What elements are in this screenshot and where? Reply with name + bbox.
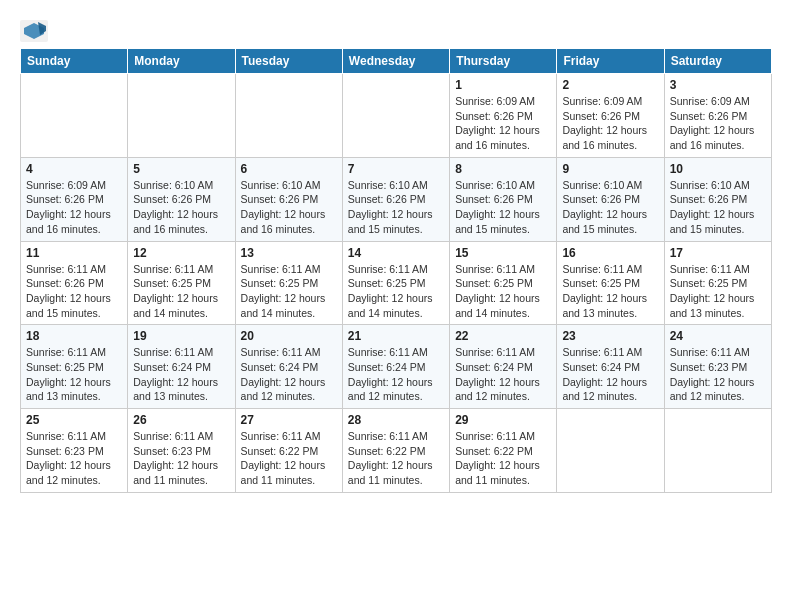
- day-info: Sunrise: 6:11 AMSunset: 6:25 PMDaylight:…: [26, 345, 122, 404]
- day-number: 16: [562, 246, 658, 260]
- day-info: Sunrise: 6:11 AMSunset: 6:24 PMDaylight:…: [562, 345, 658, 404]
- day-info: Sunrise: 6:09 AMSunset: 6:26 PMDaylight:…: [670, 94, 766, 153]
- day-number: 5: [133, 162, 229, 176]
- calendar-cell: 6Sunrise: 6:10 AMSunset: 6:26 PMDaylight…: [235, 157, 342, 241]
- day-info: Sunrise: 6:11 AMSunset: 6:25 PMDaylight:…: [562, 262, 658, 321]
- calendar-cell: [342, 74, 449, 158]
- calendar-cell: 21Sunrise: 6:11 AMSunset: 6:24 PMDayligh…: [342, 325, 449, 409]
- calendar-week-row: 1Sunrise: 6:09 AMSunset: 6:26 PMDaylight…: [21, 74, 772, 158]
- day-info: Sunrise: 6:11 AMSunset: 6:22 PMDaylight:…: [348, 429, 444, 488]
- day-number: 25: [26, 413, 122, 427]
- calendar-week-row: 18Sunrise: 6:11 AMSunset: 6:25 PMDayligh…: [21, 325, 772, 409]
- calendar-cell: 7Sunrise: 6:10 AMSunset: 6:26 PMDaylight…: [342, 157, 449, 241]
- calendar-cell: 19Sunrise: 6:11 AMSunset: 6:24 PMDayligh…: [128, 325, 235, 409]
- calendar-cell: 27Sunrise: 6:11 AMSunset: 6:22 PMDayligh…: [235, 409, 342, 493]
- day-number: 2: [562, 78, 658, 92]
- day-info: Sunrise: 6:11 AMSunset: 6:24 PMDaylight:…: [133, 345, 229, 404]
- day-number: 29: [455, 413, 551, 427]
- calendar-cell: [557, 409, 664, 493]
- calendar-cell: 28Sunrise: 6:11 AMSunset: 6:22 PMDayligh…: [342, 409, 449, 493]
- day-number: 27: [241, 413, 337, 427]
- day-number: 20: [241, 329, 337, 343]
- day-info: Sunrise: 6:10 AMSunset: 6:26 PMDaylight:…: [562, 178, 658, 237]
- calendar-cell: 11Sunrise: 6:11 AMSunset: 6:26 PMDayligh…: [21, 241, 128, 325]
- day-info: Sunrise: 6:11 AMSunset: 6:23 PMDaylight:…: [670, 345, 766, 404]
- weekday-header-thursday: Thursday: [450, 49, 557, 74]
- day-info: Sunrise: 6:10 AMSunset: 6:26 PMDaylight:…: [241, 178, 337, 237]
- calendar-cell: 26Sunrise: 6:11 AMSunset: 6:23 PMDayligh…: [128, 409, 235, 493]
- day-info: Sunrise: 6:11 AMSunset: 6:24 PMDaylight:…: [348, 345, 444, 404]
- day-number: 14: [348, 246, 444, 260]
- day-number: 8: [455, 162, 551, 176]
- day-number: 28: [348, 413, 444, 427]
- day-info: Sunrise: 6:11 AMSunset: 6:23 PMDaylight:…: [26, 429, 122, 488]
- weekday-header-sunday: Sunday: [21, 49, 128, 74]
- day-info: Sunrise: 6:11 AMSunset: 6:25 PMDaylight:…: [455, 262, 551, 321]
- day-number: 24: [670, 329, 766, 343]
- day-info: Sunrise: 6:11 AMSunset: 6:22 PMDaylight:…: [455, 429, 551, 488]
- day-info: Sunrise: 6:11 AMSunset: 6:25 PMDaylight:…: [133, 262, 229, 321]
- calendar-cell: 4Sunrise: 6:09 AMSunset: 6:26 PMDaylight…: [21, 157, 128, 241]
- calendar-cell: 29Sunrise: 6:11 AMSunset: 6:22 PMDayligh…: [450, 409, 557, 493]
- day-number: 17: [670, 246, 766, 260]
- calendar-week-row: 11Sunrise: 6:11 AMSunset: 6:26 PMDayligh…: [21, 241, 772, 325]
- calendar-table: SundayMondayTuesdayWednesdayThursdayFrid…: [20, 48, 772, 493]
- day-number: 4: [26, 162, 122, 176]
- calendar-cell: 16Sunrise: 6:11 AMSunset: 6:25 PMDayligh…: [557, 241, 664, 325]
- day-number: 21: [348, 329, 444, 343]
- calendar-cell: 15Sunrise: 6:11 AMSunset: 6:25 PMDayligh…: [450, 241, 557, 325]
- day-number: 3: [670, 78, 766, 92]
- day-number: 19: [133, 329, 229, 343]
- weekday-header-monday: Monday: [128, 49, 235, 74]
- calendar-cell: [664, 409, 771, 493]
- calendar-cell: 18Sunrise: 6:11 AMSunset: 6:25 PMDayligh…: [21, 325, 128, 409]
- day-number: 22: [455, 329, 551, 343]
- day-number: 7: [348, 162, 444, 176]
- day-info: Sunrise: 6:11 AMSunset: 6:25 PMDaylight:…: [670, 262, 766, 321]
- weekday-header-wednesday: Wednesday: [342, 49, 449, 74]
- day-info: Sunrise: 6:11 AMSunset: 6:23 PMDaylight:…: [133, 429, 229, 488]
- day-number: 15: [455, 246, 551, 260]
- calendar-cell: 2Sunrise: 6:09 AMSunset: 6:26 PMDaylight…: [557, 74, 664, 158]
- day-number: 6: [241, 162, 337, 176]
- weekday-header-friday: Friday: [557, 49, 664, 74]
- logo: [20, 20, 52, 42]
- day-info: Sunrise: 6:10 AMSunset: 6:26 PMDaylight:…: [455, 178, 551, 237]
- day-number: 12: [133, 246, 229, 260]
- calendar-cell: 24Sunrise: 6:11 AMSunset: 6:23 PMDayligh…: [664, 325, 771, 409]
- calendar-cell: 13Sunrise: 6:11 AMSunset: 6:25 PMDayligh…: [235, 241, 342, 325]
- calendar-cell: 23Sunrise: 6:11 AMSunset: 6:24 PMDayligh…: [557, 325, 664, 409]
- weekday-header-saturday: Saturday: [664, 49, 771, 74]
- day-info: Sunrise: 6:11 AMSunset: 6:24 PMDaylight:…: [455, 345, 551, 404]
- calendar-header-row: SundayMondayTuesdayWednesdayThursdayFrid…: [21, 49, 772, 74]
- calendar-cell: 10Sunrise: 6:10 AMSunset: 6:26 PMDayligh…: [664, 157, 771, 241]
- day-number: 9: [562, 162, 658, 176]
- day-info: Sunrise: 6:11 AMSunset: 6:26 PMDaylight:…: [26, 262, 122, 321]
- logo-icon: [20, 20, 48, 42]
- day-number: 26: [133, 413, 229, 427]
- day-info: Sunrise: 6:10 AMSunset: 6:26 PMDaylight:…: [133, 178, 229, 237]
- calendar-cell: 5Sunrise: 6:10 AMSunset: 6:26 PMDaylight…: [128, 157, 235, 241]
- calendar-cell: 14Sunrise: 6:11 AMSunset: 6:25 PMDayligh…: [342, 241, 449, 325]
- day-info: Sunrise: 6:09 AMSunset: 6:26 PMDaylight:…: [562, 94, 658, 153]
- calendar-week-row: 4Sunrise: 6:09 AMSunset: 6:26 PMDaylight…: [21, 157, 772, 241]
- day-number: 1: [455, 78, 551, 92]
- calendar-cell: 1Sunrise: 6:09 AMSunset: 6:26 PMDaylight…: [450, 74, 557, 158]
- day-info: Sunrise: 6:11 AMSunset: 6:25 PMDaylight:…: [241, 262, 337, 321]
- calendar-cell: 17Sunrise: 6:11 AMSunset: 6:25 PMDayligh…: [664, 241, 771, 325]
- page-header: [20, 16, 772, 42]
- calendar-cell: 3Sunrise: 6:09 AMSunset: 6:26 PMDaylight…: [664, 74, 771, 158]
- calendar-cell: 25Sunrise: 6:11 AMSunset: 6:23 PMDayligh…: [21, 409, 128, 493]
- calendar-cell: 20Sunrise: 6:11 AMSunset: 6:24 PMDayligh…: [235, 325, 342, 409]
- day-info: Sunrise: 6:11 AMSunset: 6:22 PMDaylight:…: [241, 429, 337, 488]
- day-number: 18: [26, 329, 122, 343]
- calendar-cell: [235, 74, 342, 158]
- calendar-week-row: 25Sunrise: 6:11 AMSunset: 6:23 PMDayligh…: [21, 409, 772, 493]
- day-number: 10: [670, 162, 766, 176]
- day-info: Sunrise: 6:11 AMSunset: 6:24 PMDaylight:…: [241, 345, 337, 404]
- day-info: Sunrise: 6:11 AMSunset: 6:25 PMDaylight:…: [348, 262, 444, 321]
- calendar-cell: [128, 74, 235, 158]
- calendar-cell: 22Sunrise: 6:11 AMSunset: 6:24 PMDayligh…: [450, 325, 557, 409]
- day-info: Sunrise: 6:09 AMSunset: 6:26 PMDaylight:…: [26, 178, 122, 237]
- day-info: Sunrise: 6:10 AMSunset: 6:26 PMDaylight:…: [348, 178, 444, 237]
